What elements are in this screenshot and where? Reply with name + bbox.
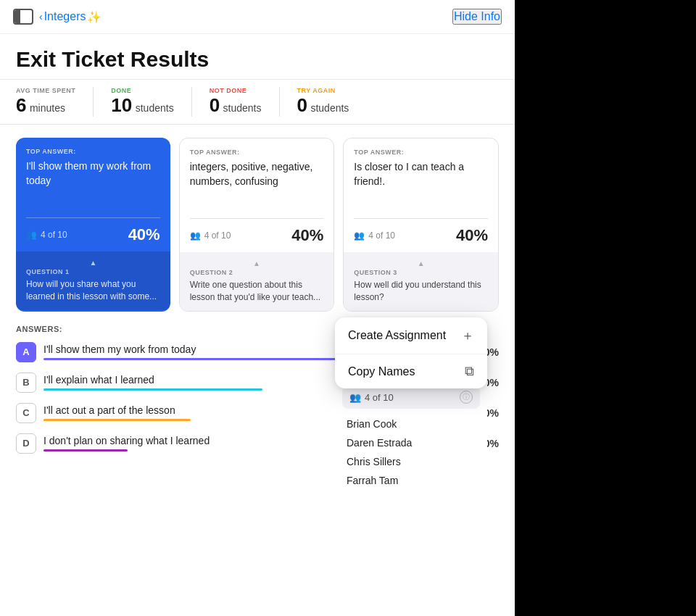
- card2-q-text: Write one question about this lesson tha…: [190, 279, 324, 304]
- create-assignment-menu-item[interactable]: Create Assignment ＋: [335, 317, 487, 354]
- card1-count: 👥 4 of 10: [26, 230, 67, 240]
- stats-row: AVG TIME SPENT 6 minutes DONE 10 student…: [0, 79, 515, 125]
- card3-top: TOP ANSWER: Is closer to I can teach a f…: [344, 138, 498, 218]
- stat-done-number: 10: [111, 94, 132, 116]
- card1-q-label: QUESTION 1: [26, 268, 160, 275]
- stat-not-done-value: 0 students: [210, 94, 262, 117]
- card2-stats: 👥 4 of 10 40%: [180, 219, 334, 252]
- answer-bar-c: [44, 419, 191, 421]
- card2-answer: integers, positive, negative, numbers, c…: [190, 160, 324, 188]
- stat-try-again-unit: students: [310, 102, 349, 114]
- stat-avg-time-number: 6: [16, 94, 26, 116]
- people-icon-3: 👥: [354, 230, 365, 241]
- answer-letter-c: C: [16, 403, 36, 423]
- card2-count-text: 4 of 10: [204, 230, 231, 241]
- copy-icon: ⧉: [465, 364, 474, 379]
- people-icon-students: 👥: [349, 392, 361, 403]
- people-icon-1: 👥: [26, 230, 37, 240]
- student-name-3: Chris Sillers: [335, 452, 487, 471]
- stat-avg-time-label: AVG TIME SPENT: [16, 87, 75, 94]
- popup-menu: Create Assignment ＋ Copy Names ⧉: [335, 317, 487, 388]
- stat-avg-time-value: 6 minutes: [16, 94, 75, 117]
- info-circle-icon[interactable]: ⓘ: [460, 391, 473, 404]
- back-link[interactable]: ‹ Integers ✨: [39, 10, 102, 24]
- stat-done-label: DONE: [111, 87, 173, 94]
- card2-percent: 40%: [291, 226, 323, 245]
- answer-bar-a: [44, 358, 338, 360]
- stat-not-done-number: 0: [210, 94, 220, 116]
- student-name-1: Brian Cook: [335, 415, 487, 433]
- back-label: Integers: [44, 10, 86, 23]
- stat-try-again-number: 0: [297, 94, 307, 116]
- answer-bar-d: [44, 449, 128, 451]
- card2-top: TOP ANSWER: integers, positive, negative…: [180, 138, 334, 218]
- students-count-value: 4 of 10: [365, 392, 394, 403]
- card2-count: 👥 4 of 10: [190, 230, 231, 241]
- card1-chevron-icon: ▲: [26, 259, 160, 267]
- stat-try-again-value: 0 students: [297, 94, 349, 117]
- plus-icon: ＋: [461, 327, 474, 344]
- hide-info-button[interactable]: Hide Info: [452, 9, 502, 25]
- stat-done-value: 10 students: [111, 94, 173, 117]
- top-nav: ‹ Integers ✨ Hide Info: [0, 0, 515, 34]
- card1-top: TOP ANSWER: I'll show them my work from …: [16, 138, 170, 217]
- question-cards-row: TOP ANSWER: I'll show them my work from …: [0, 125, 515, 312]
- stat-not-done-label: NOT DONE: [210, 87, 262, 94]
- card1-answer: I'll show them my work from today: [26, 159, 160, 188]
- chevron-left-icon: ‹: [39, 11, 43, 22]
- stat-try-again: TRY AGAIN 0 students: [297, 87, 367, 117]
- create-assignment-label: Create Assignment: [348, 329, 446, 342]
- stat-done-unit: students: [136, 102, 174, 114]
- card3-q-text: How well did you understand this lesson?: [354, 279, 488, 304]
- students-count-text: 👥 4 of 10: [349, 392, 394, 403]
- copy-names-menu-item[interactable]: Copy Names ⧉: [335, 354, 487, 388]
- answer-letter-b: B: [16, 372, 36, 393]
- card3-top-label: TOP ANSWER:: [354, 149, 488, 156]
- answer-letter-d: D: [16, 433, 36, 454]
- page-title: Exit Ticket Results: [16, 47, 499, 72]
- sparkle-icon: ✨: [87, 10, 102, 24]
- nav-left: ‹ Integers ✨: [13, 9, 102, 25]
- card1-stats: 👥 4 of 10 40%: [16, 218, 170, 251]
- card3-count-text: 4 of 10: [368, 230, 395, 241]
- students-count-row: 👥 4 of 10 ⓘ: [342, 386, 480, 409]
- card2-q-label: QUESTION 2: [190, 269, 324, 276]
- card3-chevron-icon: ▲: [354, 259, 488, 267]
- answer-letter-a: A: [16, 342, 36, 362]
- card3-q-label: QUESTION 3: [354, 269, 488, 276]
- card2-chevron-icon: ▲: [190, 259, 324, 267]
- question-card-3[interactable]: TOP ANSWER: Is closer to I can teach a f…: [343, 138, 499, 312]
- card2-bottom: ▲ QUESTION 2 Write one question about th…: [180, 252, 334, 311]
- card3-stats: 👥 4 of 10 40%: [344, 219, 498, 252]
- student-name-2: Daren Estrada: [335, 433, 487, 452]
- card2-top-label: TOP ANSWER:: [190, 149, 324, 156]
- question-card-2[interactable]: TOP ANSWER: integers, positive, negative…: [179, 138, 335, 312]
- sidebar-toggle-icon[interactable]: [13, 9, 33, 25]
- card1-top-label: TOP ANSWER:: [26, 148, 160, 155]
- card1-q-text: How will you share what you learned in t…: [26, 278, 160, 303]
- people-icon-2: 👥: [190, 230, 201, 241]
- card3-percent: 40%: [456, 226, 488, 245]
- stat-avg-time: AVG TIME SPENT 6 minutes: [16, 87, 94, 117]
- card1-bottom: ▲ QUESTION 1 How will you share what you…: [16, 251, 170, 310]
- card3-bottom: ▲ QUESTION 3 How well did you understand…: [344, 252, 498, 311]
- page-title-area: Exit Ticket Results: [0, 34, 515, 79]
- card1-count-text: 4 of 10: [41, 230, 67, 240]
- card1-percent: 40%: [128, 225, 160, 244]
- question-card-1[interactable]: TOP ANSWER: I'll show them my work from …: [16, 138, 170, 312]
- stat-avg-time-unit: minutes: [30, 102, 65, 114]
- card3-count: 👥 4 of 10: [354, 230, 395, 241]
- stat-not-done-unit: students: [223, 102, 262, 114]
- stat-try-again-label: TRY AGAIN: [297, 87, 349, 94]
- card3-answer: Is closer to I can teach a friend!.: [354, 160, 488, 188]
- copy-names-label: Copy Names: [348, 365, 415, 378]
- stat-done: DONE 10 students: [111, 87, 191, 117]
- stat-not-done: NOT DONE 0 students: [210, 87, 280, 117]
- answer-bar-b: [44, 388, 262, 391]
- student-name-4: Farrah Tam: [335, 471, 487, 490]
